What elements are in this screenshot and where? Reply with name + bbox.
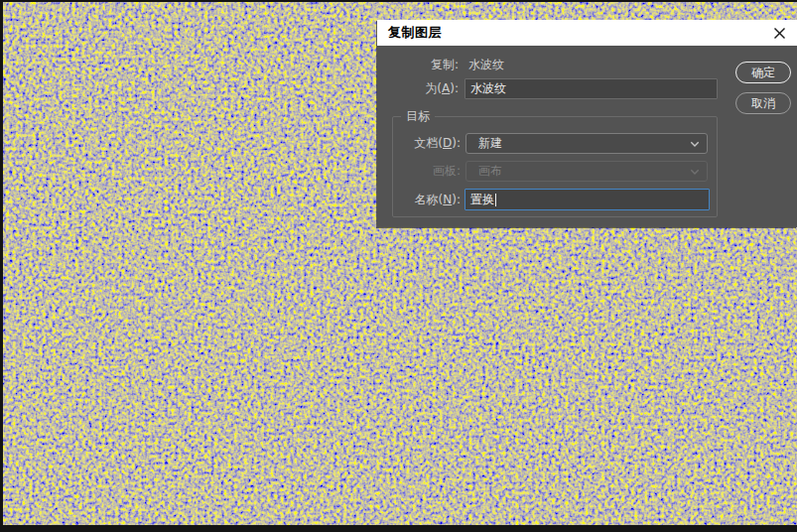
- name-input-value: 置换: [470, 191, 494, 209]
- name-input[interactable]: 置换: [465, 189, 710, 210]
- cancel-button[interactable]: 取消: [735, 92, 791, 114]
- artboard-select: 画布: [465, 161, 708, 182]
- artboard-label: 画板:: [393, 161, 461, 182]
- artboard-select-value: 画布: [478, 163, 502, 180]
- chevron-down-icon: [690, 141, 700, 148]
- dialog-titlebar[interactable]: 复制图层: [377, 20, 797, 46]
- dialog-body: 复制: 水波纹 为(A): 确定 取消 目标 文档(D): 新建 画板: 画布: [377, 46, 797, 227]
- duplicate-layer-dialog: 复制图层 复制: 水波纹 为(A): 确定 取消 目标 文档(D): 新建: [377, 20, 797, 227]
- destination-group-title: 目标: [401, 109, 435, 124]
- text-caret: [495, 194, 496, 206]
- dialog-title: 复制图层: [388, 20, 442, 46]
- document-select-value: 新建: [478, 135, 502, 152]
- document-select[interactable]: 新建: [465, 133, 708, 154]
- destination-group: 目标 文档(D): 新建 画板: 画布 名称(N): 置换: [392, 116, 718, 217]
- chevron-down-icon: [690, 169, 700, 176]
- name-label: 名称(N):: [393, 189, 461, 210]
- as-input[interactable]: [465, 78, 718, 99]
- as-label: 为(A):: [377, 78, 459, 99]
- document-label: 文档(D):: [393, 133, 461, 154]
- ok-button[interactable]: 确定: [735, 62, 791, 83]
- copy-label: 复制:: [377, 57, 459, 73]
- copy-value: 水波纹: [468, 57, 504, 73]
- close-icon: [773, 27, 786, 40]
- close-button[interactable]: [766, 20, 792, 46]
